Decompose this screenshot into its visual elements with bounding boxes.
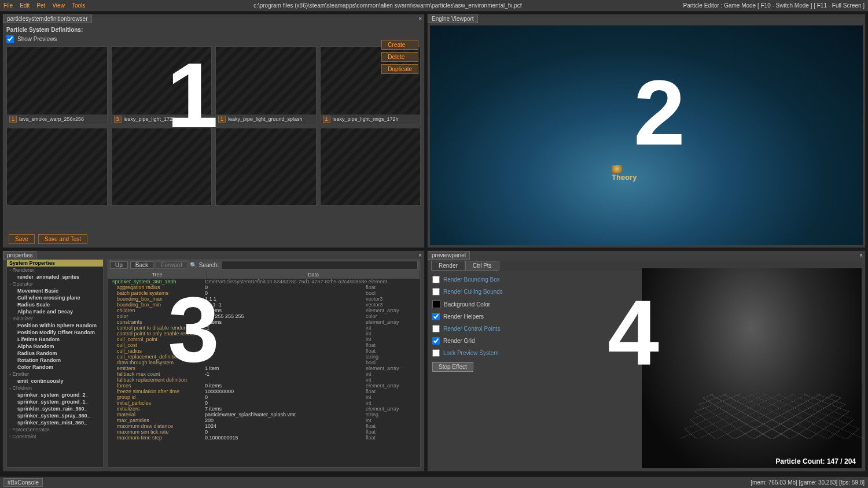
property-row[interactable]: group id0int	[108, 394, 420, 400]
property-row[interactable]: maximum draw distance1024float	[108, 423, 420, 429]
property-row[interactable]: control point to only enable renderingin…	[108, 331, 420, 337]
tree-item[interactable]: Alpha Fade and Decay	[7, 308, 103, 315]
property-row[interactable]: draw through leafsystembool	[108, 360, 420, 365]
duplicate-button[interactable]: Duplicate	[381, 64, 418, 74]
option-checkbox[interactable]	[432, 325, 440, 332]
option-checkbox[interactable]	[432, 349, 440, 357]
engine-viewport[interactable]: Theory	[430, 25, 863, 245]
close-icon[interactable]: ×	[859, 252, 863, 258]
menu-file[interactable]: File	[3, 2, 13, 9]
particle-thumb[interactable]	[320, 128, 421, 206]
console-button[interactable]: #BxConsole	[3, 478, 43, 487]
tree-item[interactable]: Alpha Random	[7, 343, 103, 350]
option-checkbox[interactable]	[432, 337, 440, 345]
tree-group[interactable]: - ForceGenerator	[7, 426, 103, 433]
close-icon[interactable]: ×	[418, 16, 422, 22]
tab-render[interactable]: Render	[431, 261, 465, 271]
tree-item[interactable]: emit_continuously	[7, 378, 103, 385]
preview-option[interactable]: Background Color	[432, 300, 631, 308]
property-row[interactable]: forces0 itemselement_array	[108, 383, 420, 389]
tree-item[interactable]: Radius Random	[7, 350, 103, 357]
property-row[interactable]: cull_control_point0int	[108, 337, 420, 342]
show-previews-checkbox[interactable]	[6, 35, 14, 43]
option-checkbox[interactable]	[432, 276, 440, 283]
option-checkbox[interactable]	[432, 288, 440, 295]
preview-option[interactable]: Render Helpers	[432, 313, 631, 320]
tree-item[interactable]: Lifetime Random	[7, 336, 103, 343]
search-input[interactable]	[221, 261, 418, 269]
preview-option[interactable]: Lock Preview System	[432, 349, 631, 357]
tree-item[interactable]: sprinker_system_spray_360_	[7, 412, 103, 419]
property-row[interactable]: initial_particles0int	[108, 400, 420, 406]
tree-item[interactable]: Rotation Random	[7, 357, 103, 364]
property-row[interactable]: emitters1 itemelement_array	[108, 365, 420, 371]
save-test-button[interactable]: Save and Test	[38, 234, 87, 244]
tree-item[interactable]: Movement Basic	[7, 287, 103, 294]
tree-item[interactable]: sprinker_system_ground_2_	[7, 391, 103, 398]
tree-item[interactable]: Position Modify Offset Random	[7, 329, 103, 336]
property-row[interactable]: color255 255 255 255color	[108, 313, 420, 319]
preview-option[interactable]: Render Culling Bounds	[432, 288, 631, 295]
category-tree[interactable]: System Properties- Rendererrender_animat…	[6, 259, 104, 468]
property-row[interactable]: fallback replacement definitionint	[108, 377, 420, 383]
property-row[interactable]: cull_radiusfloat	[108, 348, 420, 354]
property-row[interactable]: bounding_box_min-1 -1 -1vector3	[108, 302, 420, 308]
property-row[interactable]: children5 itemselement_array	[108, 308, 420, 313]
particle-thumb[interactable]	[6, 128, 108, 206]
color-swatch[interactable]	[432, 300, 440, 308]
property-row[interactable]: freeze simulation after time1000000000fl…	[108, 389, 420, 394]
property-row[interactable]: aggregation radius0float	[108, 284, 420, 290]
property-row[interactable]: batch particle systems0bool	[108, 290, 420, 296]
tree-item[interactable]: Cull when crossing plane	[7, 294, 103, 301]
particle-thumb[interactable]: 3leaky_pipe_light_172h	[111, 46, 212, 124]
menu-view[interactable]: View	[52, 2, 65, 9]
particle-thumb[interactable]	[215, 128, 317, 206]
viewport-tab[interactable]: Engine Viewport	[428, 14, 478, 23]
create-button[interactable]: Create	[381, 40, 418, 50]
tree-group[interactable]: - Operator	[7, 280, 103, 287]
property-row[interactable]: maximum sim tick rate0float	[108, 429, 420, 435]
property-row[interactable]: max_particles200int	[108, 417, 420, 423]
browser-tab[interactable]: particlesystemdefinitionbrowser	[3, 14, 92, 23]
tree-item[interactable]: sprinker_system_mist_360_	[7, 419, 103, 426]
tree-item[interactable]: Radius Scale	[7, 301, 103, 308]
property-row[interactable]: materialparticle\water_splash\water_spla…	[108, 412, 420, 417]
save-button[interactable]: Save	[9, 234, 35, 244]
preview-option[interactable]: Render Bounding Box	[432, 276, 631, 283]
tree-item[interactable]: sprinkler_system_rain_360_	[7, 405, 103, 412]
property-row[interactable]: cull_costfloat	[108, 342, 420, 348]
tab-ctrl-pts[interactable]: Ctrl Pts	[465, 261, 499, 271]
tree-group[interactable]: - Children	[7, 385, 103, 391]
tree-item[interactable]: sprinker_system_ground_1_	[7, 398, 103, 405]
preview-option[interactable]: Render Grid	[432, 337, 631, 345]
property-row[interactable]: cull_replacement_definitionstring	[108, 354, 420, 360]
tree-group[interactable]: - Initializer	[7, 315, 103, 322]
particle-thumb[interactable]: 1leaky_pipe_light_ground_splash	[215, 46, 317, 124]
preview-tab[interactable]: previewpanel	[428, 251, 470, 260]
tree-group[interactable]: - Renderer	[7, 267, 103, 273]
property-row[interactable]: fallback max count-1int	[108, 371, 420, 377]
delete-button[interactable]: Delete	[381, 52, 418, 62]
up-button[interactable]: Up	[110, 261, 128, 269]
tree-group[interactable]: - Emitter	[7, 371, 103, 378]
property-row[interactable]: control point to disable rendering-1int	[108, 325, 420, 331]
property-rows[interactable]: sprinker_system_360_180hDmeParticleSyste…	[108, 279, 420, 467]
back-button[interactable]: Back	[130, 261, 153, 269]
particle-thumb[interactable]	[111, 128, 212, 206]
tree-group[interactable]: - Constraint	[7, 433, 103, 440]
option-checkbox[interactable]	[432, 313, 440, 320]
preview-option[interactable]: Render Control Points	[432, 325, 631, 332]
tree-item[interactable]: render_animated_sprites	[7, 273, 103, 280]
menu-edit[interactable]: Edit	[20, 2, 30, 9]
preview-viewport[interactable]: Particle Count: 147 / 204	[642, 268, 862, 468]
property-row[interactable]: initializers7 itemselement_array	[108, 406, 420, 412]
menu-pet[interactable]: Pet	[36, 2, 45, 9]
particle-thumb[interactable]: 1lava_smoke_warp_256x256	[6, 46, 108, 124]
property-row[interactable]: bounding_box_max1 1 1vector3	[108, 296, 420, 302]
tree-item[interactable]: Position Within Sphere Random	[7, 322, 103, 329]
stop-effect-button[interactable]: Stop Effect	[432, 362, 473, 372]
forward-button[interactable]: Forward	[156, 261, 187, 269]
property-row[interactable]: maximum time step0.1000000015float	[108, 435, 420, 441]
tree-item[interactable]: Color Random	[7, 364, 103, 371]
menu-tools[interactable]: Tools	[72, 2, 85, 9]
